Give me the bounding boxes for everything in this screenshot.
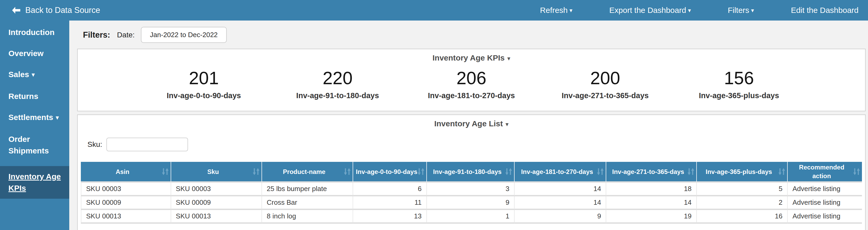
column-header-label: Recommended action: [799, 164, 844, 179]
sidebar-item-label: Inventory Age KPIs: [8, 172, 61, 192]
cell-recommended-action: Advertise listing: [788, 183, 862, 196]
menu-label: Export the Dashboard: [610, 6, 686, 14]
sidebar-item-overview[interactable]: Overview: [0, 47, 69, 59]
column-header-inv-age-91-to-180-days[interactable]: Inv-age-91-to-180-days: [427, 162, 515, 183]
kpi-card-inv-age-91-to-180-days: 220Inv-age-91-to-180-days: [271, 68, 404, 100]
menu-label: Edit the Dashboard: [791, 6, 859, 14]
chevron-down-icon[interactable]: ▾: [507, 55, 510, 62]
cell-inv-age-91-to-180-days: 3: [427, 183, 515, 196]
column-header-recommended-action[interactable]: Recommended action: [788, 162, 862, 183]
menu-label: Filters: [727, 6, 749, 14]
sidebar-item-inventory-age-kpis[interactable]: Inventory Age KPIs: [0, 166, 69, 199]
sidebar-item-label: Settlements: [8, 113, 53, 122]
column-header-label: Sku: [207, 168, 219, 175]
column-header-label: Inv-age-181-to-270-days: [521, 168, 593, 175]
menu-export-the-dashboard[interactable]: Export the Dashboard▾: [610, 6, 691, 15]
kpi-label: Inv-age-0-to-90-days: [137, 91, 271, 100]
kpi-value: 220: [271, 68, 404, 88]
column-header-inv-age-181-to-270-days[interactable]: Inv-age-181-to-270-days: [515, 162, 606, 183]
sidebar-item-label: Overview: [8, 49, 43, 58]
date-label: Date:: [117, 31, 134, 39]
column-header-inv-age-0-to-90-days[interactable]: Inv-age-0-to-90-days: [353, 162, 427, 183]
chevron-down-icon: ▾: [56, 114, 59, 121]
sidebar-item-label: Introduction: [8, 28, 55, 37]
inventory-age-list-panel: Inventory Age List▾ Sku: AsinSkuProduct-…: [77, 114, 866, 230]
cell-inv-age-271-to-365-days: 14: [606, 196, 696, 210]
cell-sku: SKU 00013: [171, 210, 262, 224]
sku-input[interactable]: [106, 138, 188, 151]
table-header-row: AsinSkuProduct-nameInv-age-0-to-90-daysI…: [81, 162, 862, 183]
kpi-panel-title: Inventory Age KPIs▾: [78, 49, 865, 62]
table-row: SKU 00013SKU 000138 inch log13191916Adve…: [81, 210, 862, 224]
sidebar-item-settlements[interactable]: Settlements▾: [0, 111, 69, 124]
filters-label: Filters:: [83, 30, 110, 40]
menu-filters[interactable]: Filters▾: [727, 6, 754, 15]
filters-row: Filters: Date: Jan-2022 to Dec-2022: [69, 21, 868, 43]
cell-product-name: 8 inch log: [262, 210, 353, 224]
kpi-value: 200: [538, 68, 672, 88]
kpi-card-inv-age-181-to-270-days: 206Inv-age-181-to-270-days: [404, 68, 538, 100]
back-arrow-icon: [11, 7, 21, 14]
cell-sku: SKU 00009: [171, 196, 262, 210]
chevron-down-icon: ▾: [32, 71, 34, 78]
cell-inv-age-365-plus-days: 16: [697, 210, 788, 224]
table-row: SKU 00003SKU 0000325 lbs bumper plate631…: [81, 183, 862, 196]
back-to-data-source-label: Back to Data Source: [25, 5, 100, 15]
sidebar-item-introduction[interactable]: Introduction: [0, 27, 69, 38]
kpi-row: 201Inv-age-0-to-90-days220Inv-age-91-to-…: [78, 68, 865, 100]
sort-icon: [853, 168, 860, 175]
column-header-sku[interactable]: Sku: [171, 162, 262, 183]
sku-label: Sku:: [87, 140, 102, 149]
sidebar-item-returns[interactable]: Returns: [0, 91, 69, 102]
chevron-down-icon[interactable]: ▾: [506, 121, 509, 128]
kpi-value: 156: [672, 68, 806, 88]
cell-inv-age-0-to-90-days: 11: [353, 196, 427, 210]
cell-recommended-action: Advertise listing: [788, 196, 862, 210]
sort-icon: [253, 168, 259, 175]
sidebar-item-sales[interactable]: Sales▾: [0, 69, 69, 81]
column-header-label: Asin: [116, 168, 129, 175]
column-header-label: Product-name: [283, 168, 325, 175]
sort-icon: [344, 168, 350, 175]
sidebar: IntroductionOverviewSales▾ReturnsSettlem…: [0, 21, 69, 230]
cell-inv-age-365-plus-days: 2: [697, 196, 788, 210]
sidebar-item-label: Returns: [8, 92, 38, 101]
kpi-panel: Inventory Age KPIs▾ 201Inv-age-0-to-90-d…: [77, 49, 866, 111]
cell-inv-age-181-to-270-days: 14: [515, 196, 606, 210]
list-panel-title: Inventory Age List▾: [78, 115, 865, 128]
chevron-down-icon: ▾: [569, 7, 572, 14]
menu-refresh[interactable]: Refresh▾: [540, 6, 572, 15]
cell-asin: SKU 00009: [81, 196, 171, 210]
sort-icon: [688, 168, 694, 175]
column-header-label: Inv-age-271-to-365-days: [612, 168, 684, 175]
sort-icon: [418, 168, 424, 175]
column-header-inv-age-365-plus-days[interactable]: Inv-age-365-plus-days: [697, 162, 788, 183]
column-header-product-name[interactable]: Product-name: [262, 162, 353, 183]
top-menu: Refresh▾Export the Dashboard▾Filters▾Edi…: [540, 6, 868, 15]
kpi-panel-title-label: Inventory Age KPIs: [432, 54, 504, 62]
cell-product-name: Cross Bar: [262, 196, 353, 210]
cell-sku: SKU 00003: [171, 183, 262, 196]
chevron-down-icon: ▾: [688, 7, 691, 14]
kpi-label: Inv-age-181-to-270-days: [404, 91, 538, 100]
kpi-card-inv-age-271-to-365-days: 200Inv-age-271-to-365-days: [538, 68, 672, 100]
sidebar-item-label: Sales: [8, 70, 29, 79]
cell-inv-age-271-to-365-days: 19: [606, 210, 696, 224]
column-header-asin[interactable]: Asin: [81, 162, 171, 183]
date-range-button[interactable]: Jan-2022 to Dec-2022: [141, 27, 226, 43]
sort-icon: [162, 168, 168, 175]
cell-inv-age-0-to-90-days: 13: [353, 210, 427, 224]
back-to-data-source-button[interactable]: Back to Data Source: [0, 5, 100, 15]
column-header-inv-age-271-to-365-days[interactable]: Inv-age-271-to-365-days: [606, 162, 696, 183]
cell-inv-age-181-to-270-days: 9: [515, 210, 606, 224]
sidebar-item-order-shipments[interactable]: Order Shipments: [0, 133, 69, 157]
inventory-age-table: AsinSkuProduct-nameInv-age-0-to-90-daysI…: [81, 162, 862, 224]
cell-product-name: 25 lbs bumper plate: [262, 183, 353, 196]
list-panel-title-label: Inventory Age List: [434, 119, 503, 128]
menu-label: Refresh: [540, 6, 567, 14]
menu-edit-the-dashboard[interactable]: Edit the Dashboard: [791, 6, 859, 15]
cell-asin: SKU 00013: [81, 210, 171, 224]
sku-filter-row: Sku:: [87, 138, 865, 151]
kpi-value: 206: [404, 68, 538, 88]
sidebar-item-label: Order Shipments: [8, 135, 49, 155]
